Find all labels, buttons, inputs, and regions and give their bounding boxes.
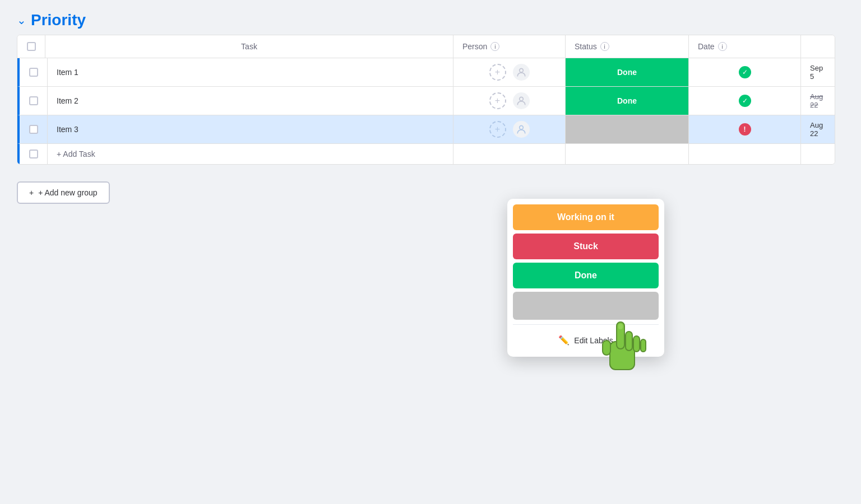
add-task-cell[interactable]: + Add Task: [48, 144, 453, 164]
svg-point-1: [519, 97, 523, 101]
table-row: Item 2 + Done ✓ Aug 22: [17, 87, 835, 115]
task-name-cell: Item 3: [48, 115, 453, 143]
task-name: Item 1: [57, 68, 78, 77]
empty-cell: [453, 144, 566, 164]
empty-cell: [566, 144, 689, 164]
date-cell: Aug 22: [801, 87, 835, 115]
table-row: Item 3 + ! Aug 22: [17, 115, 835, 144]
header-extra: [801, 35, 835, 58]
chevron-down-icon[interactable]: ⌄: [17, 13, 26, 27]
svg-point-2: [519, 125, 523, 129]
check-circle-icon: ✓: [739, 66, 751, 78]
avatar: [513, 92, 530, 109]
svg-point-0: [519, 68, 523, 72]
pencil-icon: ✏️: [558, 335, 570, 346]
edit-labels-button[interactable]: ✏️ Edit Labels: [513, 329, 659, 351]
avatar: [513, 64, 530, 81]
status-badge[interactable]: Done: [566, 87, 688, 115]
status-option-stuck[interactable]: Stuck: [513, 234, 659, 259]
header-person: Person i: [453, 35, 566, 58]
header-checkbox-cell: [17, 35, 45, 58]
page-title: Priority: [31, 11, 86, 29]
edit-labels-text: Edit Labels: [574, 336, 613, 345]
header-date: Date i: [689, 35, 801, 58]
header-checkbox[interactable]: [27, 42, 36, 51]
person-cell: +: [453, 58, 566, 86]
person-info-icon[interactable]: i: [490, 42, 499, 51]
date-value: Sep 5: [810, 64, 826, 81]
header-status: Status i: [566, 35, 689, 58]
date-info-icon[interactable]: i: [718, 42, 727, 51]
status-indicator-cell: !: [689, 115, 801, 143]
row-checkbox[interactable]: [29, 96, 38, 105]
task-name-cell: Item 1: [48, 58, 453, 86]
task-table: Task Person i Status i Date i Item 1: [17, 35, 835, 165]
date-cell: Sep 5: [801, 58, 835, 86]
table-header: Task Person i Status i Date i: [17, 35, 835, 58]
task-name-cell: Item 2: [48, 87, 453, 115]
status-badge[interactable]: [566, 115, 688, 143]
add-new-group-button[interactable]: + + Add new group: [17, 181, 110, 204]
add-task-label[interactable]: + Add Task: [57, 150, 95, 158]
status-dropdown: Working on it Stuck Done ✏️ Edit Labels: [507, 199, 664, 357]
date-value: Aug 22: [810, 121, 826, 138]
dropdown-divider: [513, 324, 659, 325]
add-task-checkbox-cell: [20, 144, 48, 164]
status-option-done[interactable]: Done: [513, 263, 659, 288]
date-cell: Aug 22: [801, 115, 835, 143]
status-option-empty[interactable]: [513, 292, 659, 320]
person-cell: +: [453, 115, 566, 143]
avatar: [513, 121, 530, 138]
add-task-row[interactable]: + Add Task: [17, 144, 835, 164]
status-cell[interactable]: Done: [566, 87, 689, 115]
row-checkbox[interactable]: [29, 68, 38, 77]
date-value: Aug 22: [810, 92, 826, 109]
empty-cell: [801, 144, 835, 164]
add-group-label: + Add new group: [38, 188, 97, 197]
add-task-checkbox[interactable]: [29, 150, 38, 158]
add-person-icon[interactable]: +: [489, 64, 506, 81]
status-info-icon[interactable]: i: [600, 42, 609, 51]
add-person-icon[interactable]: +: [489, 92, 506, 109]
status-badge[interactable]: Done: [566, 58, 688, 86]
plus-icon: +: [29, 188, 34, 197]
header-task: Task: [45, 35, 453, 58]
status-cell[interactable]: Done: [566, 58, 689, 86]
add-person-icon[interactable]: +: [489, 121, 506, 138]
status-cell[interactable]: [566, 115, 689, 143]
task-name: Item 2: [57, 96, 78, 105]
error-circle-icon: !: [739, 123, 751, 136]
priority-header: ⌄ Priority: [17, 11, 844, 29]
row-checkbox-cell: [20, 115, 48, 143]
table-row: Item 1 + Done ✓ Sep 5: [17, 58, 835, 87]
empty-cell: [689, 144, 801, 164]
row-checkbox-cell: [20, 58, 48, 86]
row-checkbox-cell: [20, 87, 48, 115]
status-option-working-on-it[interactable]: Working on it: [513, 204, 659, 230]
person-cell: +: [453, 87, 566, 115]
row-checkbox[interactable]: [29, 125, 38, 134]
page-container: ⌄ Priority Task Person i Status i Date i: [0, 0, 861, 215]
status-indicator-cell: ✓: [689, 58, 801, 86]
status-indicator-cell: ✓: [689, 87, 801, 115]
task-name: Item 3: [57, 125, 78, 134]
check-circle-icon: ✓: [739, 95, 751, 107]
